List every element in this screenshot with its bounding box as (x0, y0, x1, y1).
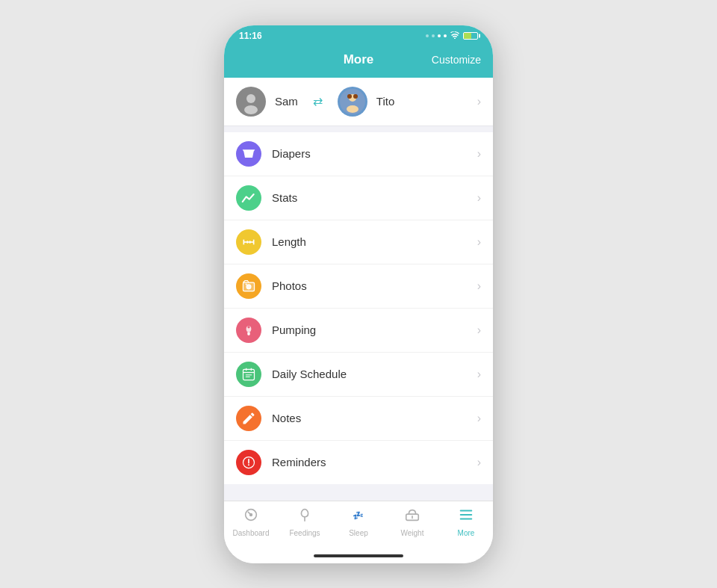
svg-point-41 (250, 513, 252, 516)
more-tab-icon (458, 507, 474, 527)
schedule-icon-wrap (236, 362, 261, 387)
menu-item-diapers[interactable]: Diapers › (224, 132, 493, 176)
svg-point-6 (347, 94, 352, 99)
photos-icon-wrap (236, 273, 261, 299)
svg-rect-19 (247, 332, 249, 335)
dashboard-tab-label: Dashboard (233, 529, 270, 537)
user-sam-name: Sam (275, 95, 298, 108)
user-chevron: › (477, 95, 481, 108)
user-tito-name: Tito (376, 95, 394, 108)
menu-item-stats[interactable]: Stats › (224, 176, 493, 220)
menu-item-notes[interactable]: Notes › (224, 397, 493, 441)
tab-more[interactable]: More (439, 501, 493, 542)
feedings-tab-label: Feedings (289, 529, 320, 537)
tab-dashboard[interactable]: Dashboard (224, 501, 278, 542)
avatar-sam (236, 87, 266, 117)
stats-chevron: › (477, 191, 481, 205)
weight-tab-label: Weight (401, 529, 424, 537)
feedings-tab-icon (297, 507, 313, 527)
status-icons (426, 31, 478, 40)
battery-fill (464, 33, 471, 39)
customize-button[interactable]: Customize (429, 54, 481, 66)
signal-dot-4 (444, 34, 447, 37)
notes-icon-wrap (236, 406, 261, 431)
avatar-tito (338, 87, 367, 117)
battery-icon (463, 32, 478, 40)
phone-frame: 11:16 More Customize (224, 25, 493, 563)
content-area: Sam ⇄ Tito › Diapers (224, 78, 493, 501)
photos-chevron: › (477, 279, 481, 293)
photos-label: Photos (272, 279, 477, 292)
weight-tab-icon (404, 507, 420, 527)
home-bar (314, 554, 403, 557)
user-section[interactable]: Sam ⇄ Tito › (224, 78, 493, 126)
status-bar: 11:16 (224, 25, 493, 46)
header-title: More (288, 52, 429, 67)
svg-point-1 (246, 94, 255, 103)
pumping-chevron: › (477, 324, 481, 337)
tab-feedings[interactable]: Feedings (278, 501, 332, 542)
svg-point-20 (247, 326, 249, 328)
reminders-chevron: › (477, 456, 481, 469)
tab-sleep[interactable]: 💤 Sleep (332, 501, 385, 542)
diapers-label: Diapers (272, 147, 477, 160)
menu-item-length[interactable]: Length › (224, 220, 493, 264)
schedule-chevron: › (477, 368, 481, 381)
home-indicator (224, 548, 493, 563)
signal-dot-1 (426, 34, 429, 37)
menu-item-daily-schedule[interactable]: Daily Schedule › (224, 353, 493, 397)
signal-dot-2 (432, 34, 435, 37)
diapers-chevron: › (477, 147, 481, 161)
section-separator (224, 484, 493, 501)
header: More Customize (224, 46, 493, 78)
notes-chevron: › (477, 412, 481, 425)
length-icon-wrap (236, 229, 261, 255)
pumping-icon-wrap (236, 318, 261, 343)
sleep-tab-label: Sleep (349, 529, 368, 537)
swap-icon[interactable]: ⇄ (307, 94, 329, 108)
svg-text:💤: 💤 (353, 509, 364, 520)
menu-item-pumping[interactable]: Pumping › (224, 309, 493, 353)
more-tab-label: More (458, 529, 475, 537)
pumping-label: Pumping (272, 324, 477, 336)
reminders-label: Reminders (272, 456, 477, 468)
svg-point-5 (347, 105, 358, 113)
svg-point-17 (246, 283, 247, 285)
length-label: Length (272, 235, 477, 248)
tab-weight[interactable]: Weight (385, 501, 439, 542)
dashboard-tab-icon (243, 507, 259, 527)
menu-section-main: Diapers › Stats › Length › (224, 132, 493, 484)
menu-item-reminders[interactable]: Reminders › (224, 441, 493, 484)
diapers-icon-wrap (236, 141, 261, 167)
svg-point-29 (248, 464, 249, 465)
svg-point-2 (244, 105, 258, 114)
svg-point-7 (353, 94, 358, 99)
stats-label: Stats (272, 191, 477, 204)
reminders-icon-wrap (236, 450, 261, 475)
signal-dot-3 (438, 34, 441, 37)
notes-label: Notes (272, 412, 477, 424)
menu-item-photos[interactable]: Photos › (224, 264, 493, 309)
sleep-tab-icon: 💤 (350, 507, 367, 527)
wifi-icon (450, 31, 460, 40)
daily-schedule-label: Daily Schedule (272, 368, 477, 380)
tab-bar: Dashboard Feedings 💤 Sleep Weight More (224, 501, 493, 548)
stats-icon-wrap (236, 185, 261, 211)
length-chevron: › (477, 235, 481, 249)
status-time: 11:16 (239, 31, 262, 41)
